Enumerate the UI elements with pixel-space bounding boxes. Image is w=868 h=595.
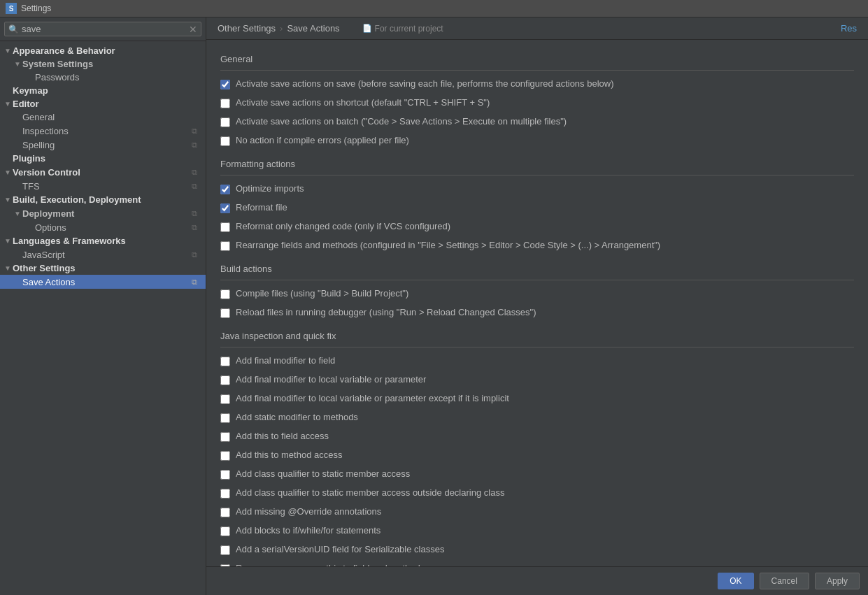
cb-reload-files[interactable]: [220, 308, 230, 320]
sidebar-item-tfs[interactable]: TFS ⧉: [0, 179, 206, 193]
cb-reformat-file[interactable]: [220, 203, 230, 215]
formatting-divider: [220, 175, 854, 175]
cb-optimize-imports[interactable]: [220, 185, 230, 196]
breadcrumb: Other Settings › Save Actions 📄 For curr…: [218, 23, 443, 34]
breadcrumb-separator: ›: [280, 23, 283, 34]
sidebar-item-label: Appearance & Behavior: [13, 45, 203, 56]
sidebar-item-plugins[interactable]: Plugins: [0, 152, 206, 165]
sidebar-item-general[interactable]: General: [0, 110, 206, 124]
cb-reformat-changed[interactable]: [220, 222, 230, 234]
cb-activate-on-save[interactable]: [220, 80, 230, 92]
label-activate-on-batch[interactable]: Activate save actions on batch ("Code > …: [236, 116, 567, 128]
sidebar-item-version-control[interactable]: ▼ Version Control ⧉: [0, 165, 206, 179]
cb-rearrange-fields[interactable]: [220, 241, 230, 253]
content-body: General Activate save actions on save (b…: [206, 40, 868, 566]
title-bar: S Settings: [0, 0, 868, 17]
tree-arrow-system: ▼: [13, 60, 22, 68]
sidebar-item-save-actions[interactable]: Save Actions ⧉: [0, 275, 206, 289]
tree-arrow-appearance: ▼: [3, 47, 13, 55]
label-reformat-changed[interactable]: Reformat only changed code (only if VCS …: [236, 221, 450, 233]
cb-compile-files[interactable]: [220, 289, 230, 301]
sidebar-item-options[interactable]: Options ⧉: [0, 220, 206, 234]
sidebar-item-other-settings[interactable]: ▼ Other Settings: [0, 261, 206, 275]
sidebar-item-system-settings[interactable]: ▼ System Settings: [0, 57, 206, 71]
bottom-bar: OK Cancel Apply: [206, 566, 868, 595]
sidebar-item-appearance[interactable]: ▼ Appearance & Behavior: [0, 44, 206, 57]
sidebar-item-label: Languages & Frameworks: [13, 236, 203, 246]
label-optimize-imports[interactable]: Optimize imports: [236, 183, 304, 195]
sidebar-item-passwords[interactable]: Passwords: [0, 71, 206, 84]
label-add-this-method[interactable]: Add this to method access: [236, 450, 342, 461]
option-optimize-imports: Optimize imports: [220, 182, 854, 197]
label-activate-on-shortcut[interactable]: Activate save actions on shortcut (defau…: [236, 97, 490, 109]
for-project-label: For current project: [375, 24, 443, 34]
sidebar-item-label: Keymap: [13, 85, 203, 96]
sidebar-item-label: TFS: [22, 181, 189, 192]
copy-icon: ⧉: [189, 208, 200, 219]
label-add-final-local-except[interactable]: Add final modifier to local variable or …: [236, 393, 509, 405]
label-add-final-local[interactable]: Add final modifier to local variable or …: [236, 374, 426, 386]
option-add-final-local: Add final modifier to local variable or …: [220, 373, 854, 388]
label-add-missing-override[interactable]: Add missing @Override annotations: [236, 506, 381, 518]
label-add-serial-version[interactable]: Add a serialVersionUID field for Seriali…: [236, 544, 444, 556]
sidebar: 🔍 ✕ ▼ Appearance & Behavior ▼ System Set…: [0, 17, 206, 595]
search-input-wrapper[interactable]: 🔍 ✕: [4, 22, 201, 36]
ok-button[interactable]: OK: [718, 573, 753, 589]
build-divider: [220, 280, 854, 280]
option-add-final-local-except: Add final modifier to local variable or …: [220, 392, 854, 407]
option-add-blocks: Add blocks to if/while/for statements: [220, 524, 854, 539]
project-icon: 📄: [362, 24, 372, 33]
general-section-title: General: [220, 54, 854, 64]
sidebar-item-spelling[interactable]: Spelling ⧉: [0, 138, 206, 152]
label-add-class-qualifier-outside[interactable]: Add class qualifier to static member acc…: [236, 487, 504, 499]
label-activate-on-save[interactable]: Activate save actions on save (before sa…: [236, 78, 614, 90]
option-activate-on-shortcut: Activate save actions on shortcut (defau…: [220, 96, 854, 111]
cb-activate-on-shortcut[interactable]: [220, 99, 230, 110]
sidebar-item-javascript[interactable]: JavaScript ⧉: [0, 248, 206, 261]
sidebar-item-label: General: [22, 112, 203, 122]
sidebar-item-inspections[interactable]: Inspections ⧉: [0, 124, 206, 138]
sidebar-tree: ▼ Appearance & Behavior ▼ System Setting…: [0, 41, 206, 595]
label-add-class-qualifier-static[interactable]: Add class qualifier to static member acc…: [236, 468, 410, 480]
label-reformat-file[interactable]: Reformat file: [236, 202, 287, 214]
formatting-section: Formatting actions Optimize imports Refo…: [220, 159, 854, 254]
sidebar-item-label: Other Settings: [13, 263, 203, 273]
cb-activate-on-batch[interactable]: [220, 117, 230, 129]
sidebar-item-label: Inspections: [22, 126, 189, 136]
copy-icon: ⧉: [189, 180, 200, 192]
search-input[interactable]: [22, 24, 186, 34]
label-add-blocks[interactable]: Add blocks to if/while/for statements: [236, 525, 380, 537]
tree-arrow-editor: ▼: [3, 100, 13, 108]
label-compile-files[interactable]: Compile files (using "Build > Build Proj…: [236, 288, 408, 300]
sidebar-item-deployment[interactable]: ▼ Deployment ⧉: [0, 206, 206, 220]
reset-link[interactable]: Res: [841, 23, 857, 34]
label-no-action-compile[interactable]: No action if compile errors (applied per…: [236, 135, 409, 147]
option-reformat-file: Reformat file: [220, 201, 854, 216]
cancel-button[interactable]: Cancel: [760, 573, 809, 589]
build-section: Build actions Compile files (using "Buil…: [220, 264, 854, 321]
sidebar-item-keymap[interactable]: Keymap: [0, 84, 206, 97]
content-panel: Other Settings › Save Actions 📄 For curr…: [206, 17, 868, 595]
label-add-final-field[interactable]: Add final modifier to field: [236, 355, 335, 367]
label-rearrange-fields[interactable]: Rearrange fields and methods (configured…: [236, 240, 660, 252]
option-reload-files: Reload files in running debugger (using …: [220, 306, 854, 321]
label-add-static-methods[interactable]: Add static modifier to methods: [236, 412, 358, 424]
sidebar-item-label: Build, Execution, Deployment: [13, 194, 203, 205]
cb-no-action-compile[interactable]: [220, 136, 230, 148]
sidebar-item-label: JavaScript: [22, 250, 189, 260]
apply-button[interactable]: Apply: [815, 573, 860, 589]
sidebar-item-build[interactable]: ▼ Build, Execution, Deployment: [0, 193, 206, 206]
option-add-final-field: Add final modifier to field: [220, 354, 854, 369]
option-add-missing-override: Add missing @Override annotations: [220, 506, 854, 520]
sidebar-item-label: Deployment: [22, 208, 189, 219]
sidebar-item-lang-frameworks[interactable]: ▼ Languages & Frameworks: [0, 234, 206, 248]
label-add-this-field[interactable]: Add this to field access: [236, 431, 329, 443]
sidebar-item-editor[interactable]: ▼ Editor: [0, 97, 206, 110]
formatting-section-title: Formatting actions: [220, 159, 854, 169]
search-box: 🔍 ✕: [0, 17, 206, 41]
label-reload-files[interactable]: Reload files in running debugger (using …: [236, 307, 536, 319]
sidebar-item-label: Spelling: [22, 140, 189, 150]
tree-arrow-build: ▼: [3, 196, 13, 203]
main-container: 🔍 ✕ ▼ Appearance & Behavior ▼ System Set…: [0, 17, 868, 595]
clear-search-icon[interactable]: ✕: [189, 24, 197, 34]
